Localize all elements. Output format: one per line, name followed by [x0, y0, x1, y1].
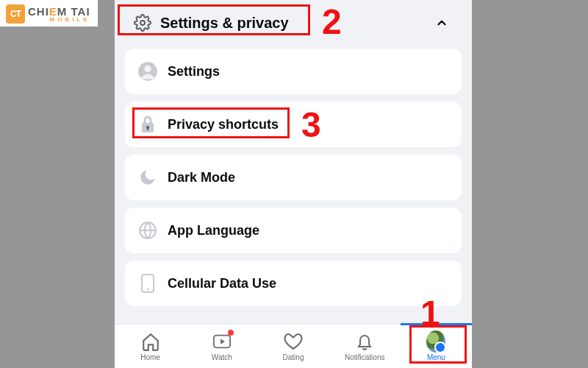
- chevron-up-icon: [435, 16, 456, 29]
- annotation-number-2: 2: [322, 1, 342, 42]
- item-label: App Language: [168, 223, 259, 238]
- moon-icon: [135, 165, 160, 190]
- tab-dating[interactable]: Dating: [257, 325, 329, 368]
- globe-icon: [135, 218, 160, 243]
- settings-scroll[interactable]: Settings & privacy Settings Privacy shor…: [115, 0, 472, 324]
- tab-home[interactable]: Home: [115, 325, 186, 368]
- item-cellular-data[interactable]: Cellular Data Use: [125, 261, 462, 306]
- heart-icon: [284, 332, 303, 351]
- item-label: Dark Mode: [168, 170, 235, 185]
- bell-icon: [355, 332, 374, 351]
- tab-label: Dating: [283, 353, 304, 361]
- item-label: Settings: [168, 64, 220, 79]
- item-settings[interactable]: Settings: [125, 49, 462, 94]
- home-icon: [141, 332, 160, 351]
- item-dark-mode[interactable]: Dark Mode: [125, 155, 462, 200]
- tab-notifications[interactable]: Notifications: [329, 325, 401, 368]
- tab-label: Watch: [212, 353, 232, 361]
- tab-label: Notifications: [345, 353, 384, 361]
- item-app-language[interactable]: App Language: [125, 208, 462, 253]
- phone-device-icon: [135, 271, 160, 296]
- person-gear-icon: [135, 59, 160, 84]
- watermark-logo: CT CHIEM TAI MOBILE: [0, 0, 98, 26]
- tab-watch[interactable]: Watch: [186, 325, 257, 368]
- svg-marker-11: [220, 339, 225, 344]
- tab-label: Home: [140, 353, 160, 361]
- annotation-number-3: 3: [301, 105, 321, 145]
- watermark-text: CHIEM TAI MOBILE: [28, 6, 90, 23]
- watch-icon: [212, 332, 232, 351]
- svg-point-9: [147, 289, 149, 291]
- item-label: Cellular Data Use: [168, 276, 276, 291]
- svg-point-2: [144, 66, 151, 72]
- watermark-badge: CT: [6, 4, 25, 24]
- annotation-box-3: [132, 107, 290, 138]
- phone-screen: Settings & privacy Settings Privacy shor…: [115, 0, 472, 368]
- annotation-number-1: 1: [420, 293, 440, 333]
- notification-dot: [228, 330, 234, 336]
- annotation-box-2: [118, 4, 310, 35]
